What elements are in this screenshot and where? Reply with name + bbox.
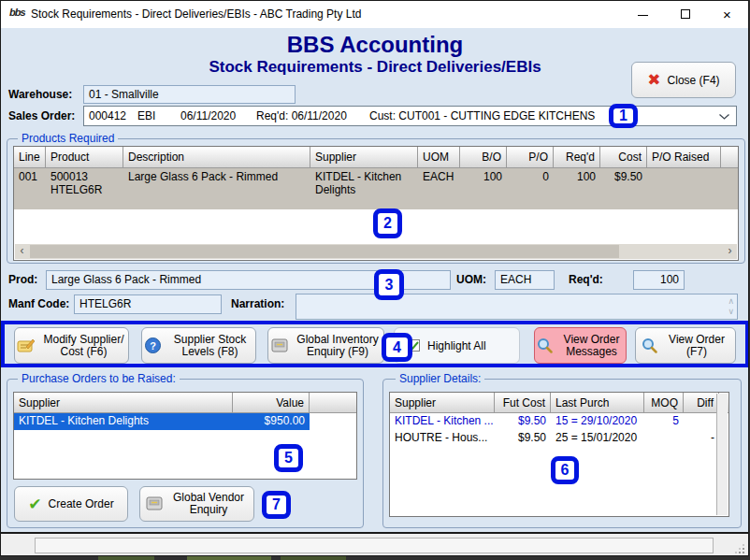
col-sd-lastpurch: Last Purch bbox=[551, 393, 644, 412]
products-table: Line Product Description Supplier UOM B/… bbox=[13, 146, 739, 261]
minimize-icon bbox=[638, 15, 648, 16]
question-icon: ? bbox=[145, 337, 161, 353]
supplier-details-vertical-scrollbar[interactable] bbox=[716, 394, 728, 515]
supplier-details-table: Supplier Fut Cost Last Purch MOQ Diff KI… bbox=[389, 392, 729, 517]
col-po-value: Value bbox=[233, 393, 310, 412]
manf-code-label: Manf Code: bbox=[8, 297, 69, 310]
terminal-icon bbox=[271, 338, 288, 353]
col-sd-moq: MOQ bbox=[644, 393, 684, 412]
scroll-right-icon[interactable]: › bbox=[723, 244, 737, 259]
magnifier-icon bbox=[537, 337, 553, 353]
annotation-badge-6: 6 bbox=[551, 456, 579, 484]
manf-code-field[interactable]: HTELG6R bbox=[74, 294, 222, 314]
col-po-raised: P/O Raised bbox=[647, 147, 721, 167]
sales-order-type: EBI bbox=[137, 107, 155, 125]
col-po-supplier: Supplier bbox=[14, 393, 233, 412]
col-bo: B/O bbox=[460, 147, 507, 167]
cell-description: Large Glass 6 Pack - Rimmed bbox=[123, 168, 310, 209]
create-order-button[interactable]: ✔ Create Order bbox=[14, 486, 128, 522]
titlebar: bbs Stock Requirements - Direct Deliveri… bbox=[1, 1, 748, 28]
supplier-stock-levels-label: Supplier Stock Levels (F8) bbox=[167, 334, 253, 358]
spin-up-icon[interactable]: ∧ bbox=[728, 297, 734, 306]
cell-reqd: 100 bbox=[554, 168, 600, 209]
sales-order-date: 06/11/2020 bbox=[180, 107, 236, 125]
global-inventory-enquiry-label: Global Inventory Enquiry (F9) bbox=[295, 334, 381, 358]
bbs-logo-icon: bbs bbox=[9, 7, 26, 22]
status-message-panel bbox=[35, 538, 714, 553]
sales-order-reqd: Req'd: 06/11/2020 bbox=[256, 107, 347, 125]
annotation-badge-2: 2 bbox=[373, 208, 402, 238]
cell-po: 0 bbox=[507, 168, 554, 209]
taskbar-sliver bbox=[0, 556, 750, 560]
resize-grip[interactable] bbox=[735, 544, 744, 553]
cell-bo: 100 bbox=[460, 168, 507, 209]
cell-supplier: KITDEL - Kitchen Delights bbox=[310, 168, 418, 209]
sales-order-customer: Cust: CUT001 - CUTTING EDGE KITCHENS bbox=[369, 107, 595, 125]
highlight-all-label: Highlight All bbox=[427, 339, 486, 352]
products-horizontal-scrollbar[interactable]: ‹ › bbox=[15, 244, 737, 259]
sales-order-combobox[interactable]: 000412 EBI 06/11/2020 Req'd: 06/11/2020 … bbox=[83, 106, 737, 126]
col-supplier: Supplier bbox=[310, 147, 418, 167]
reqd-field[interactable]: 100 bbox=[633, 270, 685, 290]
cell-uom: EACH bbox=[418, 168, 460, 209]
cell-sd-diff: - bbox=[684, 430, 719, 447]
modify-supplier-cost-label: Modify Supplier/ Cost (F6) bbox=[41, 334, 127, 358]
purchase-orders-group-label: Purchase Orders to be Raised: bbox=[18, 372, 180, 385]
cell-sd-lastpurch: 25 = 15/01/2020 bbox=[551, 430, 644, 447]
supplier-detail-row[interactable]: HOUTRE - Hous... $9.50 25 = 15/01/2020 - bbox=[390, 430, 728, 447]
modify-supplier-cost-button[interactable]: Modify Supplier/ Cost (F6) bbox=[14, 327, 129, 364]
products-required-group-label: Products Required bbox=[18, 132, 118, 145]
close-f4-button[interactable]: ✖ Close (F4) bbox=[631, 62, 736, 98]
cell-sd-moq: 5 bbox=[644, 413, 684, 430]
global-vendor-enquiry-button[interactable]: Global Vendor Enquiry bbox=[139, 486, 254, 522]
uom-field[interactable]: EACH bbox=[495, 270, 555, 290]
col-line: Line bbox=[14, 147, 46, 167]
narration-field[interactable]: ∧ ∨ bbox=[296, 294, 738, 320]
purchase-order-row[interactable]: KITDEL - Kitchen Delights $950.00 bbox=[14, 413, 356, 430]
close-f4-label: Close (F4) bbox=[668, 74, 720, 87]
supplier-details-header: Supplier Fut Cost Last Purch MOQ Diff bbox=[390, 393, 728, 413]
col-description: Description bbox=[123, 147, 310, 167]
supplier-detail-row[interactable]: KITDEL - Kitchen ... $9.50 15 = 29/10/20… bbox=[390, 413, 728, 430]
view-order-button[interactable]: View Order (F7) bbox=[635, 327, 736, 364]
highlight-all-control[interactable]: Highlight All bbox=[394, 327, 520, 364]
window-close-button[interactable]: × bbox=[706, 1, 748, 28]
magnifier-icon bbox=[642, 337, 657, 353]
chevron-down-icon bbox=[719, 114, 729, 120]
cell-sd-futcost: $9.50 bbox=[495, 413, 551, 430]
svg-text:?: ? bbox=[150, 340, 156, 352]
scrollbar-thumb[interactable] bbox=[30, 245, 619, 258]
annotation-badge-5: 5 bbox=[274, 444, 303, 472]
app-title: BBS Accounting bbox=[1, 32, 749, 58]
col-sd-supplier: Supplier bbox=[390, 393, 495, 412]
create-order-label: Create Order bbox=[49, 498, 114, 510]
col-po: P/O bbox=[507, 147, 554, 167]
cell-sd-futcost: $9.50 bbox=[495, 430, 551, 447]
col-reqd: Req'd bbox=[554, 147, 600, 167]
cell-po-raised bbox=[647, 168, 721, 209]
close-icon: × bbox=[723, 7, 731, 22]
app-window: bbs Stock Requirements - Direct Deliveri… bbox=[0, 0, 749, 556]
cell-product: 500013 HTELG6R bbox=[46, 168, 123, 209]
terminal-icon bbox=[146, 496, 163, 511]
view-order-label: View Order (F7) bbox=[664, 334, 729, 358]
purchase-orders-table: Supplier Value KITDEL - Kitchen Delights… bbox=[13, 392, 357, 480]
product-row[interactable]: 001 500013 HTELG6R Large Glass 6 Pack - … bbox=[14, 168, 738, 209]
cell-sd-moq bbox=[644, 430, 684, 447]
warehouse-label: Warehouse: bbox=[8, 88, 72, 101]
cell-sd-supplier: HOUTRE - Hous... bbox=[390, 430, 495, 447]
supplier-details-group-label: Supplier Details: bbox=[396, 372, 484, 385]
scroll-left-icon[interactable]: ‹ bbox=[15, 244, 29, 259]
maximize-button[interactable] bbox=[664, 1, 706, 28]
warehouse-field[interactable]: 01 - Smallville bbox=[83, 85, 296, 104]
col-uom: UOM bbox=[418, 147, 460, 167]
window-title: Stock Requirements - Direct Deliveries/E… bbox=[31, 1, 361, 28]
supplier-stock-levels-button[interactable]: ? Supplier Stock Levels (F8) bbox=[141, 327, 256, 364]
global-inventory-enquiry-button[interactable]: Global Inventory Enquiry (F9) bbox=[267, 327, 384, 364]
cell-sd-supplier: KITDEL - Kitchen ... bbox=[390, 413, 495, 430]
view-order-messages-button[interactable]: View Order Messages bbox=[534, 327, 627, 364]
prod-label: Prod: bbox=[8, 273, 37, 286]
minimize-button[interactable] bbox=[622, 1, 664, 28]
cell-po-value: $950.00 bbox=[233, 413, 310, 430]
spin-down-icon[interactable]: ∨ bbox=[728, 308, 734, 316]
